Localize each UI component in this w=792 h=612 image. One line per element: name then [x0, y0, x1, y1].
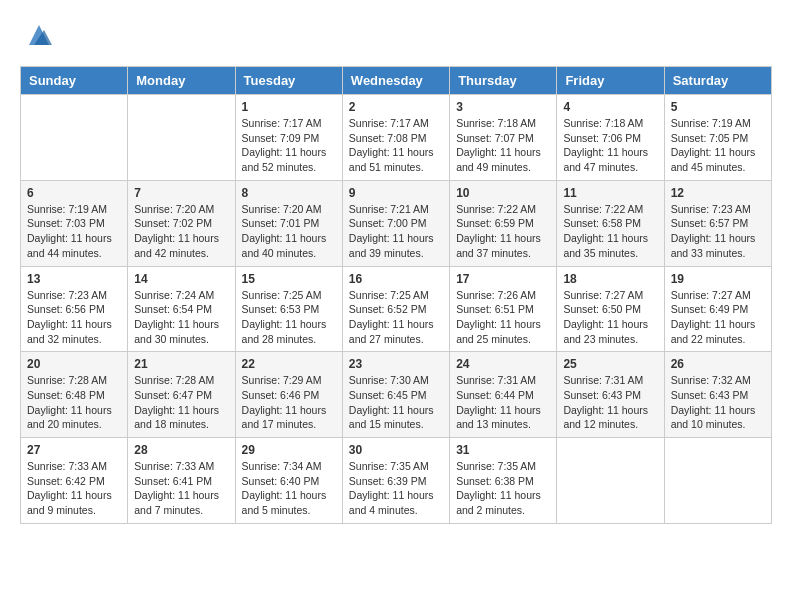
- page-header: [20, 20, 772, 50]
- logo-icon: [24, 20, 54, 50]
- day-info: Sunrise: 7:20 AMSunset: 7:02 PMDaylight:…: [134, 202, 228, 261]
- day-info: Sunrise: 7:20 AMSunset: 7:01 PMDaylight:…: [242, 202, 336, 261]
- calendar-cell: 16Sunrise: 7:25 AMSunset: 6:52 PMDayligh…: [342, 266, 449, 352]
- calendar-week-row: 20Sunrise: 7:28 AMSunset: 6:48 PMDayligh…: [21, 352, 772, 438]
- day-info: Sunrise: 7:33 AMSunset: 6:42 PMDaylight:…: [27, 459, 121, 518]
- column-header-sunday: Sunday: [21, 67, 128, 95]
- day-number: 20: [27, 357, 121, 371]
- day-number: 16: [349, 272, 443, 286]
- calendar-cell: 31Sunrise: 7:35 AMSunset: 6:38 PMDayligh…: [450, 438, 557, 524]
- day-info: Sunrise: 7:18 AMSunset: 7:07 PMDaylight:…: [456, 116, 550, 175]
- calendar-cell: 9Sunrise: 7:21 AMSunset: 7:00 PMDaylight…: [342, 180, 449, 266]
- day-number: 28: [134, 443, 228, 457]
- day-info: Sunrise: 7:28 AMSunset: 6:47 PMDaylight:…: [134, 373, 228, 432]
- day-info: Sunrise: 7:24 AMSunset: 6:54 PMDaylight:…: [134, 288, 228, 347]
- calendar-cell: 6Sunrise: 7:19 AMSunset: 7:03 PMDaylight…: [21, 180, 128, 266]
- day-number: 2: [349, 100, 443, 114]
- day-number: 29: [242, 443, 336, 457]
- day-info: Sunrise: 7:19 AMSunset: 7:03 PMDaylight:…: [27, 202, 121, 261]
- day-number: 9: [349, 186, 443, 200]
- day-number: 17: [456, 272, 550, 286]
- day-number: 19: [671, 272, 765, 286]
- day-number: 11: [563, 186, 657, 200]
- day-number: 22: [242, 357, 336, 371]
- day-number: 7: [134, 186, 228, 200]
- day-info: Sunrise: 7:25 AMSunset: 6:52 PMDaylight:…: [349, 288, 443, 347]
- column-header-monday: Monday: [128, 67, 235, 95]
- column-header-wednesday: Wednesday: [342, 67, 449, 95]
- day-number: 6: [27, 186, 121, 200]
- day-number: 23: [349, 357, 443, 371]
- calendar-cell: 11Sunrise: 7:22 AMSunset: 6:58 PMDayligh…: [557, 180, 664, 266]
- calendar-cell: [128, 95, 235, 181]
- calendar-cell: 27Sunrise: 7:33 AMSunset: 6:42 PMDayligh…: [21, 438, 128, 524]
- day-info: Sunrise: 7:22 AMSunset: 6:58 PMDaylight:…: [563, 202, 657, 261]
- column-header-friday: Friday: [557, 67, 664, 95]
- calendar-header-row: SundayMondayTuesdayWednesdayThursdayFrid…: [21, 67, 772, 95]
- day-number: 14: [134, 272, 228, 286]
- day-number: 24: [456, 357, 550, 371]
- calendar-cell: 21Sunrise: 7:28 AMSunset: 6:47 PMDayligh…: [128, 352, 235, 438]
- calendar-week-row: 1Sunrise: 7:17 AMSunset: 7:09 PMDaylight…: [21, 95, 772, 181]
- calendar-cell: 15Sunrise: 7:25 AMSunset: 6:53 PMDayligh…: [235, 266, 342, 352]
- column-header-tuesday: Tuesday: [235, 67, 342, 95]
- day-info: Sunrise: 7:33 AMSunset: 6:41 PMDaylight:…: [134, 459, 228, 518]
- day-number: 1: [242, 100, 336, 114]
- calendar-cell: 4Sunrise: 7:18 AMSunset: 7:06 PMDaylight…: [557, 95, 664, 181]
- day-info: Sunrise: 7:17 AMSunset: 7:09 PMDaylight:…: [242, 116, 336, 175]
- day-number: 21: [134, 357, 228, 371]
- day-number: 10: [456, 186, 550, 200]
- day-number: 4: [563, 100, 657, 114]
- calendar-cell: 26Sunrise: 7:32 AMSunset: 6:43 PMDayligh…: [664, 352, 771, 438]
- day-number: 27: [27, 443, 121, 457]
- calendar-cell: 24Sunrise: 7:31 AMSunset: 6:44 PMDayligh…: [450, 352, 557, 438]
- calendar-week-row: 13Sunrise: 7:23 AMSunset: 6:56 PMDayligh…: [21, 266, 772, 352]
- day-number: 15: [242, 272, 336, 286]
- day-info: Sunrise: 7:27 AMSunset: 6:50 PMDaylight:…: [563, 288, 657, 347]
- calendar-cell: 18Sunrise: 7:27 AMSunset: 6:50 PMDayligh…: [557, 266, 664, 352]
- day-info: Sunrise: 7:35 AMSunset: 6:39 PMDaylight:…: [349, 459, 443, 518]
- day-number: 25: [563, 357, 657, 371]
- day-info: Sunrise: 7:22 AMSunset: 6:59 PMDaylight:…: [456, 202, 550, 261]
- column-header-saturday: Saturday: [664, 67, 771, 95]
- day-number: 12: [671, 186, 765, 200]
- logo: [20, 20, 54, 50]
- calendar-cell: 14Sunrise: 7:24 AMSunset: 6:54 PMDayligh…: [128, 266, 235, 352]
- day-info: Sunrise: 7:31 AMSunset: 6:44 PMDaylight:…: [456, 373, 550, 432]
- day-info: Sunrise: 7:18 AMSunset: 7:06 PMDaylight:…: [563, 116, 657, 175]
- calendar-cell: 2Sunrise: 7:17 AMSunset: 7:08 PMDaylight…: [342, 95, 449, 181]
- calendar-cell: [557, 438, 664, 524]
- day-number: 8: [242, 186, 336, 200]
- calendar-cell: 13Sunrise: 7:23 AMSunset: 6:56 PMDayligh…: [21, 266, 128, 352]
- day-info: Sunrise: 7:31 AMSunset: 6:43 PMDaylight:…: [563, 373, 657, 432]
- column-header-thursday: Thursday: [450, 67, 557, 95]
- day-info: Sunrise: 7:23 AMSunset: 6:57 PMDaylight:…: [671, 202, 765, 261]
- calendar-cell: 12Sunrise: 7:23 AMSunset: 6:57 PMDayligh…: [664, 180, 771, 266]
- calendar-cell: 1Sunrise: 7:17 AMSunset: 7:09 PMDaylight…: [235, 95, 342, 181]
- calendar-cell: 5Sunrise: 7:19 AMSunset: 7:05 PMDaylight…: [664, 95, 771, 181]
- calendar-cell: 28Sunrise: 7:33 AMSunset: 6:41 PMDayligh…: [128, 438, 235, 524]
- day-number: 3: [456, 100, 550, 114]
- day-number: 30: [349, 443, 443, 457]
- calendar-cell: 20Sunrise: 7:28 AMSunset: 6:48 PMDayligh…: [21, 352, 128, 438]
- day-number: 26: [671, 357, 765, 371]
- day-number: 31: [456, 443, 550, 457]
- calendar-cell: 30Sunrise: 7:35 AMSunset: 6:39 PMDayligh…: [342, 438, 449, 524]
- calendar-cell: 10Sunrise: 7:22 AMSunset: 6:59 PMDayligh…: [450, 180, 557, 266]
- day-info: Sunrise: 7:35 AMSunset: 6:38 PMDaylight:…: [456, 459, 550, 518]
- day-number: 5: [671, 100, 765, 114]
- calendar-cell: 29Sunrise: 7:34 AMSunset: 6:40 PMDayligh…: [235, 438, 342, 524]
- calendar-cell: 23Sunrise: 7:30 AMSunset: 6:45 PMDayligh…: [342, 352, 449, 438]
- day-info: Sunrise: 7:32 AMSunset: 6:43 PMDaylight:…: [671, 373, 765, 432]
- day-info: Sunrise: 7:30 AMSunset: 6:45 PMDaylight:…: [349, 373, 443, 432]
- calendar-cell: 8Sunrise: 7:20 AMSunset: 7:01 PMDaylight…: [235, 180, 342, 266]
- calendar-cell: 7Sunrise: 7:20 AMSunset: 7:02 PMDaylight…: [128, 180, 235, 266]
- calendar-cell: 19Sunrise: 7:27 AMSunset: 6:49 PMDayligh…: [664, 266, 771, 352]
- calendar-cell: 3Sunrise: 7:18 AMSunset: 7:07 PMDaylight…: [450, 95, 557, 181]
- day-info: Sunrise: 7:26 AMSunset: 6:51 PMDaylight:…: [456, 288, 550, 347]
- calendar-cell: [21, 95, 128, 181]
- calendar-cell: [664, 438, 771, 524]
- calendar-cell: 25Sunrise: 7:31 AMSunset: 6:43 PMDayligh…: [557, 352, 664, 438]
- calendar-cell: 17Sunrise: 7:26 AMSunset: 6:51 PMDayligh…: [450, 266, 557, 352]
- day-info: Sunrise: 7:21 AMSunset: 7:00 PMDaylight:…: [349, 202, 443, 261]
